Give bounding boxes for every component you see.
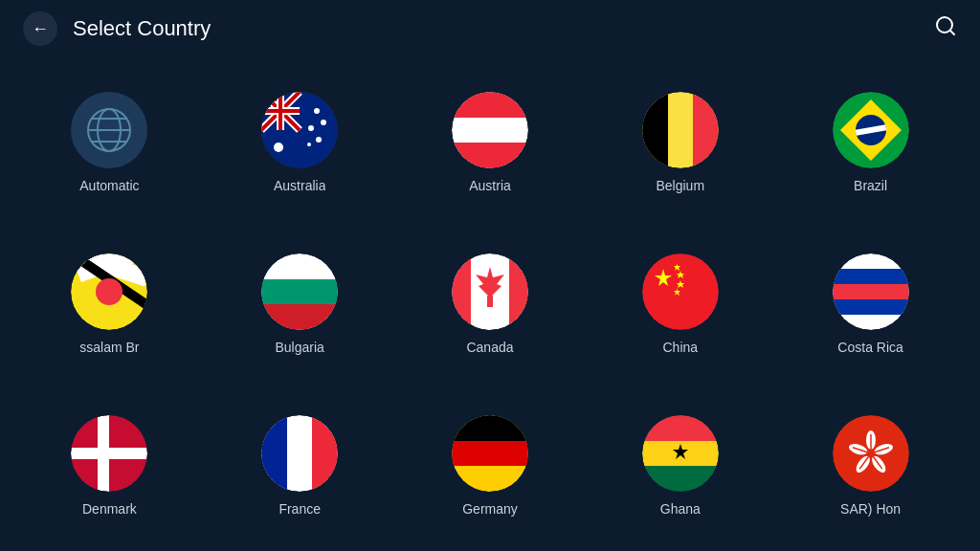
country-name-ghana: Ghana [660, 501, 701, 517]
country-china[interactable]: China [590, 229, 770, 381]
svg-rect-30 [642, 92, 668, 168]
flag-ghana [642, 415, 719, 492]
country-hong-kong[interactable]: SAR) Hon [780, 389, 961, 541]
country-name-costa-rica: Costa Rica [837, 340, 902, 355]
svg-rect-51 [509, 253, 528, 330]
svg-rect-43 [103, 280, 115, 303]
svg-rect-73 [312, 415, 338, 492]
svg-rect-55 [642, 253, 719, 330]
country-brazil[interactable]: Brazil [780, 67, 961, 219]
country-brunei[interactable]: ssalam Br [19, 229, 200, 381]
header: ← Select Country [0, 0, 980, 57]
svg-point-17 [314, 108, 320, 114]
flag-france [261, 415, 338, 492]
country-name-belgium: Belgium [656, 178, 704, 193]
country-automatic[interactable]: Automatic [19, 67, 200, 219]
svg-rect-53 [487, 296, 493, 307]
flag-canada [452, 253, 528, 330]
svg-point-19 [308, 125, 314, 131]
svg-rect-31 [693, 92, 719, 168]
flag-brunei [71, 253, 147, 330]
country-name-hong-kong: SAR) Hon [840, 501, 901, 517]
country-costa-rica[interactable]: Costa Rica [780, 229, 961, 381]
country-name-france: France [278, 501, 321, 517]
country-australia[interactable]: Australia [210, 67, 390, 219]
country-name-china: China [662, 340, 698, 355]
svg-rect-76 [452, 415, 528, 441]
search-icon [934, 14, 957, 37]
search-button[interactable] [934, 14, 957, 43]
country-france[interactable]: France [210, 389, 390, 541]
svg-rect-50 [452, 253, 471, 330]
country-name-brunei: ssalam Br [79, 340, 139, 355]
back-button[interactable]: ← [23, 11, 57, 46]
svg-rect-63 [833, 269, 909, 284]
svg-rect-27 [452, 143, 528, 168]
country-bulgaria[interactable]: Bulgaria [210, 229, 390, 381]
svg-rect-69 [71, 448, 147, 459]
flag-germany [452, 415, 528, 492]
flag-hong-kong [833, 415, 909, 492]
svg-line-1 [950, 31, 954, 34]
country-grid: Automatic [0, 57, 980, 551]
svg-rect-26 [452, 92, 528, 118]
country-denmark[interactable]: Denmark [19, 389, 200, 541]
svg-rect-47 [261, 304, 338, 330]
svg-rect-46 [261, 279, 338, 304]
page-title: Select Country [73, 16, 211, 41]
svg-point-18 [321, 120, 326, 125]
svg-rect-80 [642, 415, 719, 441]
country-name-brazil: Brazil [854, 178, 887, 193]
country-canada[interactable]: Canada [400, 229, 581, 381]
country-name-bulgaria: Bulgaria [276, 340, 324, 355]
flag-australia [261, 92, 338, 168]
svg-rect-72 [261, 415, 287, 492]
country-germany[interactable]: Germany [400, 389, 581, 541]
svg-rect-16 [261, 109, 300, 113]
svg-rect-77 [452, 441, 528, 466]
country-name-australia: Australia [274, 178, 325, 193]
country-name-germany: Germany [462, 501, 518, 517]
country-name-canada: Canada [466, 340, 513, 355]
svg-point-22 [274, 143, 283, 152]
svg-point-21 [307, 143, 311, 146]
flag-belgium [642, 92, 719, 168]
svg-rect-64 [833, 284, 909, 299]
country-ghana[interactable]: Ghana [590, 389, 770, 541]
flag-costa-rica [833, 253, 909, 330]
country-name-denmark: Denmark [82, 501, 137, 517]
header-left: ← Select Country [23, 11, 211, 46]
country-name-automatic: Automatic [79, 178, 139, 193]
flag-bulgaria [261, 253, 338, 330]
flag-china [642, 253, 719, 330]
country-belgium[interactable]: Belgium [590, 67, 770, 219]
country-name-austria: Austria [469, 178, 511, 193]
flag-denmark [71, 415, 147, 492]
svg-point-20 [316, 137, 322, 143]
flag-austria [452, 92, 528, 168]
country-austria[interactable]: Austria [400, 67, 581, 219]
svg-rect-65 [833, 299, 909, 315]
globe-icon [71, 92, 147, 168]
flag-brazil [833, 92, 909, 168]
